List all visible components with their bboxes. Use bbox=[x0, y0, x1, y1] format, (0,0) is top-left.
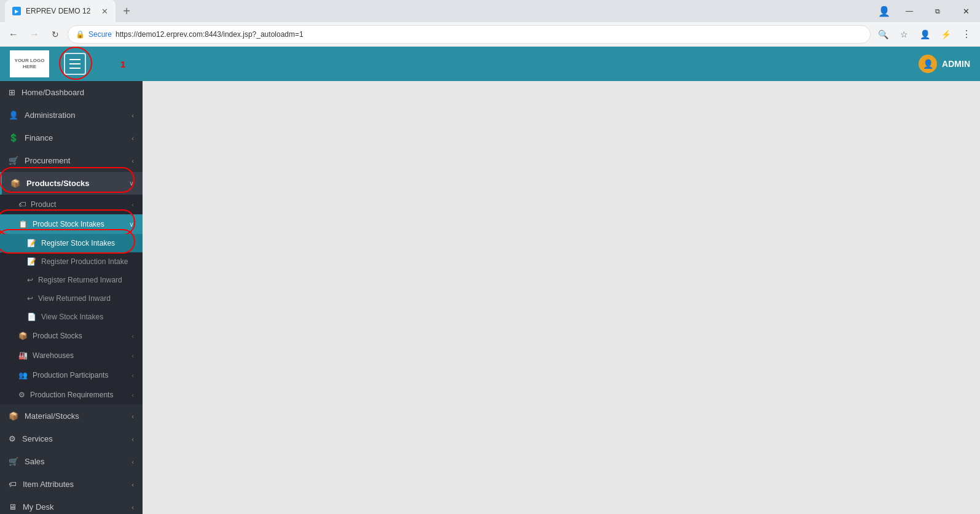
annotation-label-1: 1 bbox=[120, 59, 125, 69]
profile-btn[interactable]: 👤 bbox=[916, 26, 933, 43]
sidebar-item-label: Product Stock Intakes bbox=[33, 220, 124, 228]
sidebar-item-label: Item Attributes bbox=[23, 480, 125, 489]
extensions-btn[interactable]: ⚡ bbox=[937, 26, 954, 43]
window-controls: 👤 — ⧉ ✕ bbox=[873, 0, 980, 22]
chevron-right-icon: ‹ bbox=[131, 391, 134, 399]
sidebar-item-label: Product bbox=[31, 200, 127, 209]
view-stock-icon: 📄 bbox=[27, 313, 36, 321]
chevron-right-icon: ‹ bbox=[131, 481, 134, 488]
tab-title: ERPREV DEMO 12 bbox=[26, 7, 90, 15]
secure-icon: 🔒 bbox=[76, 30, 85, 39]
prod-intake-icon: 📝 bbox=[27, 257, 36, 266]
product-icon: 🏷 bbox=[18, 200, 26, 209]
sales-icon: 🛒 bbox=[9, 457, 18, 466]
sidebar-item-label: Register Production Intake bbox=[41, 257, 128, 266]
chevron-right-icon: ‹ bbox=[131, 201, 134, 208]
my-desk-icon: 🖥 bbox=[9, 502, 17, 512]
sidebar-item-label: Sales bbox=[25, 457, 125, 466]
sidebar-item-products-stocks[interactable]: 📦 Products/Stocks ∨ 2 bbox=[0, 172, 143, 195]
sidebar-item-production-requirements[interactable]: ⚙ Production Requirements ‹ bbox=[0, 385, 143, 405]
chevron-right-icon: ‹ bbox=[131, 504, 134, 511]
hamburger-line-1 bbox=[69, 59, 80, 60]
forward-btn[interactable]: → bbox=[26, 26, 43, 43]
chevron-right-icon: ‹ bbox=[131, 112, 134, 119]
products-icon: 📦 bbox=[10, 179, 20, 188]
address-bar[interactable]: 🔒 Secure https://demo12.erprev.com:8443/… bbox=[68, 25, 871, 44]
lens-btn[interactable]: 🔍 bbox=[874, 26, 892, 43]
prod-participants-icon: 👥 bbox=[18, 371, 28, 380]
sidebar-item-label: Services bbox=[22, 434, 125, 443]
address-bar-row: ← → ↻ 🔒 Secure https://demo12.erprev.com… bbox=[0, 22, 980, 47]
hamburger-line-3 bbox=[69, 68, 80, 69]
chevron-down-icon: ∨ bbox=[129, 220, 134, 228]
warehouses-icon: 🏭 bbox=[18, 351, 28, 360]
hamburger-line-2 bbox=[69, 63, 80, 64]
sidebar-item-services[interactable]: ⚙ Services ‹ bbox=[0, 427, 143, 450]
item-attr-icon: 🏷 bbox=[9, 480, 17, 489]
sidebar-item-administration[interactable]: 👤 Administration ‹ bbox=[0, 104, 143, 127]
chevron-right-icon: ‹ bbox=[131, 372, 134, 379]
minimize-btn[interactable]: — bbox=[895, 0, 923, 22]
sidebar-item-label: Products/Stocks bbox=[26, 179, 123, 188]
sidebar-item-item-attributes[interactable]: 🏷 Item Attributes ‹ bbox=[0, 473, 143, 496]
sidebar-item-finance[interactable]: 💲 Finance ‹ bbox=[0, 127, 143, 149]
sidebar-item-warehouses[interactable]: 🏭 Warehouses ‹ bbox=[0, 346, 143, 365]
sidebar-item-register-production-intake[interactable]: 📝 Register Production Intake bbox=[0, 252, 143, 271]
reload-btn[interactable]: ↻ bbox=[47, 26, 64, 43]
secure-label: Secure bbox=[88, 30, 112, 39]
home-icon: ⊞ bbox=[9, 88, 15, 97]
user-name: ADMIN bbox=[942, 59, 970, 69]
chevron-right-icon: ‹ bbox=[131, 435, 134, 443]
account-icon[interactable]: 👤 bbox=[873, 0, 895, 22]
app-header: YOUR LOGO HERE 1 👤 ADMIN bbox=[0, 47, 980, 81]
sidebar-item-product-stocks[interactable]: 📦 Product Stocks ‹ bbox=[0, 326, 143, 346]
sidebar-item-material-stocks[interactable]: 📦 Material/Stocks ‹ bbox=[0, 405, 143, 427]
sidebar-item-label: View Returned Inward bbox=[38, 294, 111, 303]
view-returned-icon: ↩ bbox=[27, 294, 33, 303]
chevron-right-icon: ‹ bbox=[131, 157, 134, 165]
sidebar-item-label: Register Returned Inward bbox=[38, 276, 122, 284]
menu-btn[interactable]: ⋮ bbox=[958, 26, 975, 43]
sidebar-item-home[interactable]: ⊞ Home/Dashboard bbox=[0, 81, 143, 104]
sidebar-item-my-desk[interactable]: 🖥 My Desk ‹ bbox=[0, 496, 143, 514]
sidebar-item-sales[interactable]: 🛒 Sales ‹ bbox=[0, 450, 143, 473]
close-btn[interactable]: ✕ bbox=[952, 0, 980, 22]
sidebar-item-product[interactable]: 🏷 Product ‹ bbox=[0, 195, 143, 214]
sidebar-item-procurement[interactable]: 🛒 Procurement ‹ bbox=[0, 149, 143, 172]
sidebar-item-view-returned-inward[interactable]: ↩ View Returned Inward bbox=[0, 289, 143, 308]
hamburger-btn[interactable] bbox=[64, 53, 86, 75]
tab-bar: ▶ ERPREV DEMO 12 ✕ + 👤 — ⧉ ✕ bbox=[0, 0, 980, 22]
sidebar-item-view-stock-intakes[interactable]: 📄 View Stock Intakes bbox=[0, 308, 143, 326]
product-stocks-icon: 📦 bbox=[18, 332, 28, 340]
stock-intakes-icon: 📋 bbox=[18, 220, 28, 228]
tab-close-icon[interactable]: ✕ bbox=[101, 7, 108, 16]
active-tab[interactable]: ▶ ERPREV DEMO 12 ✕ bbox=[5, 0, 116, 22]
tab-favicon: ▶ bbox=[12, 7, 21, 15]
sidebar: ⊞ Home/Dashboard 👤 Administration ‹ 💲 Fi… bbox=[0, 81, 143, 514]
restore-btn[interactable]: ⧉ bbox=[923, 0, 952, 22]
material-icon: 📦 bbox=[9, 411, 18, 421]
sidebar-item-label: Administration bbox=[25, 111, 125, 120]
app-wrapper: YOUR LOGO HERE 1 👤 ADMIN ⊞ Home/Dashboar… bbox=[0, 47, 980, 514]
admin-icon: 👤 bbox=[9, 111, 18, 120]
chevron-right-icon: ‹ bbox=[131, 458, 134, 465]
sidebar-item-label: Register Stock Intakes bbox=[41, 239, 115, 247]
sidebar-item-register-returned-inward[interactable]: ↩ Register Returned Inward bbox=[0, 271, 143, 289]
new-tab-btn[interactable]: + bbox=[118, 0, 135, 22]
browser-chrome: ▶ ERPREV DEMO 12 ✕ + 👤 — ⧉ ✕ ← → ↻ 🔒 Sec… bbox=[0, 0, 980, 47]
app-body: ⊞ Home/Dashboard 👤 Administration ‹ 💲 Fi… bbox=[0, 81, 980, 514]
user-area: 👤 ADMIN bbox=[919, 55, 970, 73]
main-content bbox=[143, 81, 980, 514]
back-btn[interactable]: ← bbox=[5, 26, 22, 43]
finance-icon: 💲 bbox=[9, 133, 18, 142]
sidebar-item-label: View Stock Intakes bbox=[41, 313, 103, 321]
procurement-icon: 🛒 bbox=[9, 156, 18, 165]
star-btn[interactable]: ☆ bbox=[895, 26, 912, 43]
chevron-right-icon: ‹ bbox=[131, 413, 134, 420]
sidebar-item-label: Product Stocks bbox=[33, 332, 127, 340]
sidebar-item-production-participants[interactable]: 👥 Production Participants ‹ bbox=[0, 365, 143, 385]
sidebar-item-register-stock-intakes[interactable]: 📝 Register Stock Intakes 4 bbox=[0, 234, 143, 252]
sidebar-item-label: Procurement bbox=[25, 156, 125, 165]
sidebar-item-label: Warehouses bbox=[33, 351, 127, 360]
sidebar-item-product-stock-intakes[interactable]: 📋 Product Stock Intakes ∨ 3 bbox=[0, 214, 143, 234]
